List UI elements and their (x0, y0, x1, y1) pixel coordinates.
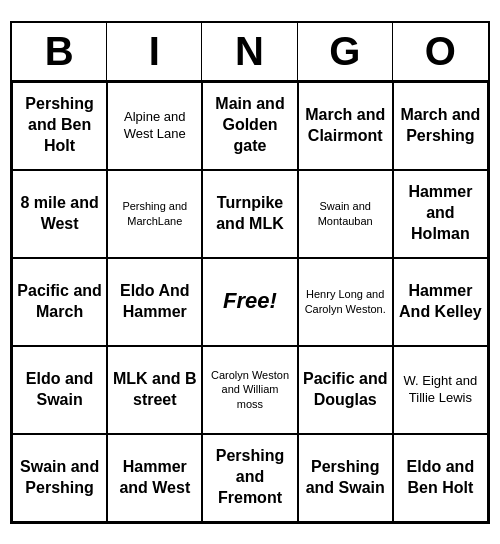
bingo-cell-0: Pershing and Ben Holt (12, 82, 107, 170)
bingo-cell-8: Swain and Montauban (298, 170, 393, 258)
header-letter-b: B (12, 23, 107, 80)
bingo-cell-7: Turnpike and MLK (202, 170, 297, 258)
bingo-cell-23: Pershing and Swain (298, 434, 393, 522)
bingo-cell-2: Main and Golden gate (202, 82, 297, 170)
bingo-cell-17: Carolyn Weston and William moss (202, 346, 297, 434)
bingo-cell-12: Free! (202, 258, 297, 346)
bingo-cell-9: Hammer and Holman (393, 170, 488, 258)
bingo-cell-21: Hammer and West (107, 434, 202, 522)
bingo-cell-24: Eldo and Ben Holt (393, 434, 488, 522)
bingo-cell-6: Pershing and MarchLane (107, 170, 202, 258)
bingo-cell-10: Pacific and March (12, 258, 107, 346)
bingo-cell-15: Eldo and Swain (12, 346, 107, 434)
bingo-card: BINGO Pershing and Ben HoltAlpine and We… (10, 21, 490, 524)
bingo-cell-5: 8 mile and West (12, 170, 107, 258)
bingo-header: BINGO (12, 23, 488, 82)
bingo-cell-20: Swain and Pershing (12, 434, 107, 522)
bingo-cell-1: Alpine and West Lane (107, 82, 202, 170)
header-letter-i: I (107, 23, 202, 80)
header-letter-o: O (393, 23, 488, 80)
bingo-cell-3: March and Clairmont (298, 82, 393, 170)
bingo-cell-22: Pershing and Fremont (202, 434, 297, 522)
bingo-grid: Pershing and Ben HoltAlpine and West Lan… (12, 82, 488, 522)
bingo-cell-16: MLK and B street (107, 346, 202, 434)
header-letter-n: N (202, 23, 297, 80)
bingo-cell-11: Eldo And Hammer (107, 258, 202, 346)
header-letter-g: G (298, 23, 393, 80)
bingo-cell-18: Pacific and Douglas (298, 346, 393, 434)
bingo-cell-19: W. Eight and Tillie Lewis (393, 346, 488, 434)
bingo-cell-13: Henry Long and Carolyn Weston. (298, 258, 393, 346)
bingo-cell-4: March and Pershing (393, 82, 488, 170)
bingo-cell-14: Hammer And Kelley (393, 258, 488, 346)
